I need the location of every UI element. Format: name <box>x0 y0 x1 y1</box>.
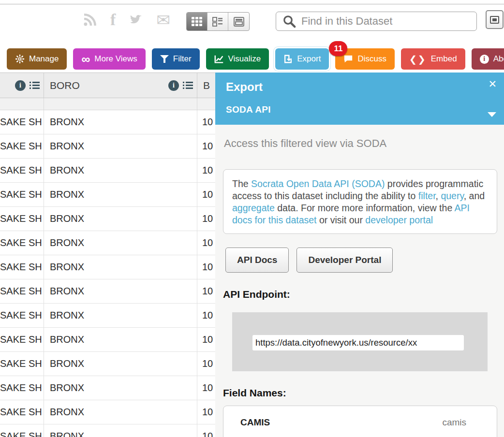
api-endpoint-box <box>232 312 488 371</box>
manage-label: Manage <box>29 54 59 64</box>
export-panel: Export ✕ SODA API Access this filtered v… <box>215 73 504 437</box>
table-cell[interactable]: BRONX <box>44 255 197 279</box>
query-link[interactable]: query <box>441 190 463 201</box>
table-cell[interactable]: SAKE SH <box>0 110 44 134</box>
table-cell[interactable]: BRONX <box>44 304 197 327</box>
soda-api-link[interactable]: Socrata Open Data API (SODA) <box>251 178 385 189</box>
developer-portal-button[interactable]: Developer Portal <box>296 248 393 273</box>
code-brackets-icon: ❮❯ <box>409 54 427 65</box>
soda-description-box: The Socrata Open Data API (SODA) provide… <box>223 169 497 234</box>
table-cell[interactable]: SAKE SH <box>0 279 44 303</box>
rich-list-view-icon <box>212 17 223 27</box>
export-button[interactable]: Export <box>275 48 329 70</box>
search-icon <box>282 14 296 29</box>
speech-bubble-icon <box>343 55 353 63</box>
table-cell[interactable]: SAKE SH <box>0 183 44 206</box>
filter-funnel-icon <box>160 55 169 63</box>
column-info-icon[interactable]: i <box>168 80 179 91</box>
manage-button[interactable]: Manage <box>7 48 67 70</box>
embed-label: Embed <box>431 54 457 64</box>
export-panel-title: Export <box>226 80 263 94</box>
filter-label: Filter <box>173 54 192 64</box>
table-cell[interactable]: BRONX <box>44 400 197 424</box>
column-info-icon[interactable]: i <box>15 80 26 91</box>
table-cell[interactable]: SAKE SH <box>0 352 44 376</box>
export-panel-header: Export ✕ SODA API <box>215 73 504 125</box>
find-in-dataset-search <box>276 12 477 31</box>
table-cell[interactable]: BRONX <box>44 231 197 255</box>
developer-portal-link[interactable]: developer portal <box>365 215 433 225</box>
table-cell[interactable]: SAKE SH <box>0 231 44 255</box>
about-label: About <box>493 54 504 64</box>
table-cell[interactable]: SAKE SH <box>0 207 44 231</box>
table-cell[interactable]: SAKE SH <box>0 400 44 424</box>
chevron-down-icon[interactable] <box>488 112 496 117</box>
info-icon: i <box>480 55 489 64</box>
column-menu-icon[interactable] <box>183 80 193 90</box>
table-cell[interactable]: BRONX <box>44 207 197 231</box>
grid-view-toggle[interactable] <box>187 13 208 30</box>
table-cell[interactable]: BRONX <box>44 376 197 400</box>
visualize-button[interactable]: Visualize <box>206 48 269 70</box>
table-cell[interactable]: BRONX <box>44 424 197 437</box>
page-view-toggle[interactable] <box>228 13 249 30</box>
twitter-icon[interactable] <box>128 13 144 27</box>
field-names-label: Field Names: <box>223 387 497 399</box>
top-divider <box>0 4 504 4</box>
desc-text: data. For more more information, view th… <box>275 203 455 213</box>
column-header-boro[interactable]: BORO i <box>44 73 197 98</box>
table-cell[interactable]: BRONX <box>44 183 197 206</box>
chart-icon <box>214 55 224 63</box>
aggregate-link[interactable]: aggregate <box>232 203 275 213</box>
more-views-icon: ∞ <box>81 54 90 64</box>
social-share-bar: f ✉ <box>82 12 170 28</box>
desc-text: , and <box>464 190 485 201</box>
table-cell[interactable]: SAKE SH <box>0 376 44 400</box>
table-cell[interactable]: BRONX <box>44 134 197 158</box>
table-cell[interactable]: BRONX <box>44 159 197 182</box>
table-cell[interactable]: SAKE SH <box>0 304 44 327</box>
table-cell[interactable]: SAKE SH <box>0 134 44 158</box>
export-panel-body: Access this filtered view via SODA The S… <box>215 137 504 437</box>
table-cell[interactable]: SAKE SH <box>0 424 44 437</box>
rich-list-view-toggle[interactable] <box>208 13 228 30</box>
table-cell[interactable]: BRONX <box>44 328 197 351</box>
field-names-box: CAMIS camis <box>223 406 497 437</box>
field-name: CAMIS <box>240 417 270 437</box>
table-cell[interactable]: SAKE SH <box>0 328 44 351</box>
page-view-icon <box>234 17 244 27</box>
maximize-button[interactable] <box>486 10 504 29</box>
column-header-1[interactable]: i <box>0 73 44 98</box>
column-label: BORO <box>48 80 168 91</box>
table-cell[interactable]: BRONX <box>44 279 197 303</box>
api-endpoint-label: API Endpoint: <box>223 289 497 300</box>
api-endpoint-input[interactable] <box>252 335 464 350</box>
export-label: Export <box>297 54 321 64</box>
more-views-label: More Views <box>94 54 137 64</box>
export-download-icon <box>283 54 293 64</box>
table-cell[interactable]: BRONX <box>44 352 197 376</box>
search-input[interactable] <box>301 15 471 28</box>
column-menu-icon[interactable] <box>30 80 40 90</box>
table-cell[interactable]: SAKE SH <box>0 159 44 182</box>
api-docs-button[interactable]: API Docs <box>225 248 289 273</box>
desc-text: , <box>436 190 441 201</box>
table-cell[interactable]: BRONX <box>44 110 197 134</box>
more-views-button[interactable]: ∞ More Views <box>73 48 145 70</box>
about-button[interactable]: i About <box>472 48 504 70</box>
discuss-label: Discuss <box>357 54 386 64</box>
table-cell[interactable]: SAKE SH <box>0 255 44 279</box>
facebook-icon[interactable]: f <box>110 12 116 28</box>
filter-link[interactable]: filter <box>418 190 436 201</box>
discuss-count-badge: 11 <box>329 41 347 56</box>
filter-button[interactable]: Filter <box>152 48 200 70</box>
embed-button[interactable]: ❮❯ Embed <box>401 48 465 70</box>
discuss-button[interactable]: 11 Discuss <box>335 48 395 70</box>
maximize-icon <box>490 16 499 24</box>
soda-api-section-header[interactable]: SODA API <box>226 104 271 115</box>
close-icon[interactable]: ✕ <box>488 79 497 89</box>
rss-icon[interactable] <box>82 12 98 28</box>
email-icon[interactable]: ✉ <box>156 12 170 28</box>
api-button-row: API Docs Developer Portal <box>225 248 497 273</box>
desc-text: or visit our <box>317 215 366 225</box>
